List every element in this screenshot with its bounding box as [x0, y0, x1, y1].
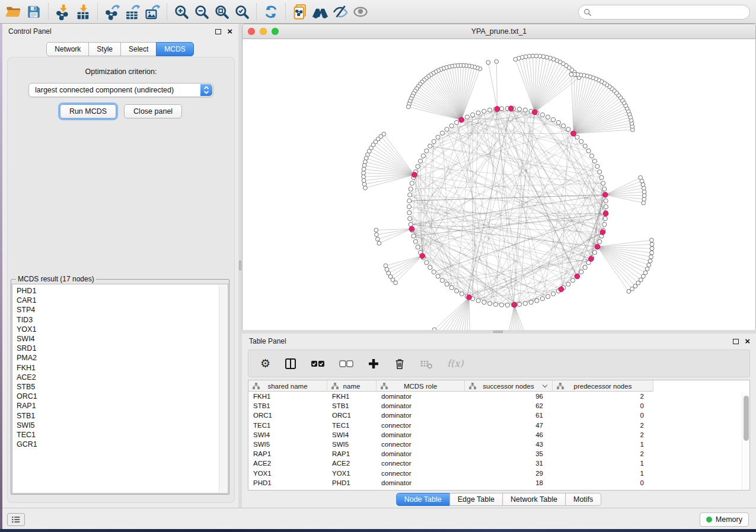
dominator-node[interactable] — [589, 257, 594, 262]
ring-node[interactable] — [595, 164, 599, 168]
ring-node[interactable] — [493, 302, 497, 306]
leaf-node[interactable] — [362, 167, 366, 171]
ring-node[interactable] — [428, 265, 432, 270]
delete-column-button[interactable] — [394, 357, 406, 370]
zoom-in-button[interactable] — [171, 2, 192, 21]
mcds-result-item[interactable]: ACE2 — [17, 373, 228, 382]
tab-select[interactable]: Select — [120, 42, 157, 56]
ring-node[interactable] — [505, 303, 509, 307]
ring-node[interactable] — [416, 245, 420, 249]
close-panel-button[interactable]: Close panel — [124, 104, 182, 118]
leaf-node[interactable] — [362, 171, 366, 175]
ring-node[interactable] — [540, 297, 544, 301]
leaf-node[interactable] — [362, 175, 366, 179]
float-panel-icon[interactable] — [733, 339, 739, 344]
ring-node[interactable] — [412, 234, 416, 238]
search-input[interactable] — [594, 7, 749, 18]
ring-node[interactable] — [476, 111, 480, 115]
table-row[interactable]: ACE2ACE2connector311 — [248, 459, 749, 468]
dominator-node[interactable] — [595, 244, 600, 249]
ring-node[interactable] — [556, 120, 560, 124]
table-row[interactable]: RAP1RAP1dominator352 — [248, 449, 749, 459]
export-table-button[interactable] — [122, 2, 142, 21]
optimization-criterion-select[interactable]: largest connected component (undirected) — [28, 83, 213, 97]
ring-node[interactable] — [598, 170, 602, 174]
ring-node[interactable] — [540, 113, 544, 117]
ring-node[interactable] — [603, 216, 607, 220]
import-network-button[interactable] — [53, 2, 73, 21]
table-row[interactable]: ORC1ORC1dominator610 — [248, 411, 749, 420]
select-all-button[interactable] — [311, 360, 325, 368]
column-header-name[interactable]: name — [327, 380, 377, 392]
ring-node[interactable] — [571, 278, 575, 283]
show-eye-button[interactable] — [350, 2, 371, 21]
import-table-button[interactable] — [73, 2, 93, 21]
mcds-result-item[interactable]: SRD1 — [17, 344, 228, 353]
ring-node[interactable] — [590, 154, 594, 158]
ring-node[interactable] — [410, 181, 414, 185]
tab-network[interactable]: Network — [46, 42, 89, 56]
ring-node[interactable] — [436, 274, 440, 278]
ring-node[interactable] — [523, 108, 527, 112]
leaf-node[interactable] — [569, 72, 573, 76]
mcds-result-item[interactable]: YOX1 — [17, 325, 228, 334]
hide-graphics-details-button[interactable] — [330, 2, 350, 21]
ring-node[interactable] — [449, 286, 454, 290]
table-row[interactable]: STB1STB1dominator620 — [248, 401, 749, 411]
ring-node[interactable] — [598, 239, 602, 243]
ring-node[interactable] — [583, 265, 587, 270]
ring-node[interactable] — [449, 124, 454, 128]
dominator-node[interactable] — [571, 131, 576, 136]
ring-node[interactable] — [471, 113, 475, 117]
mcds-result-item[interactable]: CAR1 — [17, 296, 228, 305]
ring-node[interactable] — [432, 139, 436, 143]
ring-node[interactable] — [566, 127, 570, 132]
table-row[interactable]: PHD1PHD1dominator180 — [248, 478, 749, 488]
leaf-node[interactable] — [377, 241, 381, 245]
ring-node[interactable] — [432, 270, 436, 274]
mcds-result-item[interactable]: RAP1 — [17, 401, 228, 411]
save-session-button[interactable] — [24, 2, 44, 21]
tab-mcds[interactable]: MCDS — [156, 42, 193, 56]
dominator-node[interactable] — [532, 110, 538, 115]
leaf-node[interactable] — [647, 263, 651, 267]
new-network-from-selection-button[interactable] — [290, 2, 310, 21]
ring-node[interactable] — [476, 299, 480, 303]
ring-node[interactable] — [408, 193, 412, 197]
dominator-node[interactable] — [603, 211, 608, 216]
dominator-node[interactable] — [575, 274, 580, 279]
leaf-node[interactable] — [650, 246, 654, 251]
ring-node[interactable] — [413, 239, 417, 243]
ring-node[interactable] — [586, 149, 591, 153]
leaf-node[interactable] — [648, 259, 652, 263]
ring-node[interactable] — [499, 303, 503, 307]
mcds-list-scrollbar[interactable] — [219, 285, 227, 492]
table-row[interactable]: FKH1FKH1dominator962 — [248, 392, 749, 401]
table-options-button[interactable]: ⚙ — [260, 358, 270, 370]
ring-node[interactable] — [488, 108, 492, 112]
ring-node[interactable] — [445, 282, 449, 286]
leaf-node[interactable] — [375, 233, 379, 237]
ring-node[interactable] — [445, 127, 449, 132]
tab-network-table[interactable]: Network Table — [502, 493, 566, 506]
mcds-result-item[interactable]: PHD1 — [17, 286, 228, 296]
leaf-node[interactable] — [649, 255, 653, 259]
dominator-node[interactable] — [459, 117, 464, 123]
column-header-successor-nodes[interactable]: successor nodes — [465, 380, 553, 392]
leaf-node[interactable] — [486, 60, 490, 65]
mcds-result-item[interactable]: GCR1 — [17, 440, 228, 449]
ring-node[interactable] — [407, 204, 411, 209]
ring-node[interactable] — [499, 107, 503, 111]
ring-node[interactable] — [551, 117, 556, 121]
open-session-button[interactable] — [4, 2, 24, 21]
ring-node[interactable] — [407, 198, 412, 203]
ring-node[interactable] — [529, 300, 533, 305]
leaf-node[interactable] — [642, 201, 646, 205]
ring-node[interactable] — [425, 149, 429, 153]
ring-node[interactable] — [601, 181, 605, 185]
mcds-result-item[interactable]: FKH1 — [17, 363, 228, 373]
leaf-node[interactable] — [650, 238, 654, 242]
mcds-result-item[interactable]: STB5 — [17, 382, 228, 392]
network-window-titlebar[interactable]: YPA_prune.txt_1 — [242, 24, 756, 39]
mcds-result-item[interactable]: SWI5 — [17, 421, 228, 430]
